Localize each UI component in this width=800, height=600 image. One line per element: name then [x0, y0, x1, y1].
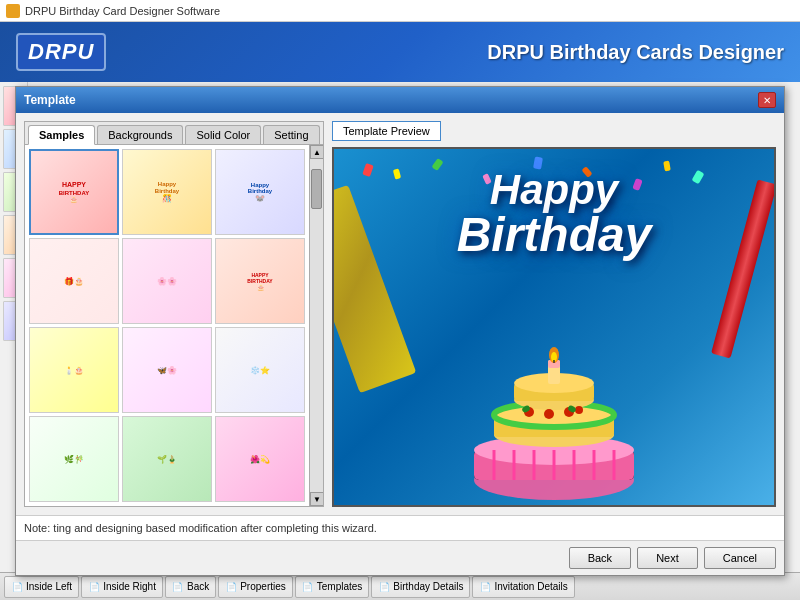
taskbar-inside-left[interactable]: 📄 Inside Left — [4, 576, 79, 598]
template-thumb-5[interactable]: 🌸🌸 — [122, 238, 212, 324]
modal-close-button[interactable]: ✕ — [758, 92, 776, 108]
template-thumb-10[interactable]: 🌿🎋 — [29, 416, 119, 502]
app-title: DRPU Birthday Cards Designer — [487, 41, 784, 64]
template-thumb-1[interactable]: HAPPY BIRTHDAY 🎂 — [29, 149, 119, 235]
tab-solid-color[interactable]: Solid Color — [185, 125, 261, 144]
scroll-down-button[interactable]: ▼ — [310, 492, 323, 506]
properties-icon: 📄 — [225, 581, 237, 593]
tabs-bar: Samples Backgrounds Solid Color Setting — [25, 122, 323, 145]
scroll-up-button[interactable]: ▲ — [310, 145, 323, 159]
modal-overlay: Template ✕ Samples Backgrounds Solid Col… — [0, 82, 800, 572]
modal-title: Template — [24, 93, 76, 107]
card-line1: Happy — [334, 169, 774, 211]
template-thumb-3[interactable]: Happy Birthday 🐭 — [215, 149, 305, 235]
modal-titlebar: Template ✕ — [16, 87, 784, 113]
thumbnails-area: HAPPY BIRTHDAY 🎂 Happy Birthday — [25, 145, 323, 506]
outer-titlebar: DRPU Birthday Card Designer Software — [0, 0, 800, 22]
template-thumb-7[interactable]: 🕯️🎂 — [29, 327, 119, 413]
modal-body: Samples Backgrounds Solid Color Setting — [16, 113, 784, 515]
templates-icon: 📄 — [302, 581, 314, 593]
taskbar-back-label: Back — [187, 581, 209, 592]
tab-setting[interactable]: Setting — [263, 125, 319, 144]
back-icon: 📄 — [172, 581, 184, 593]
outer-window: DRPU Birthday Card Designer Software DRP… — [0, 0, 800, 600]
scroll-bar[interactable]: ▲ ▼ — [309, 145, 323, 506]
svg-point-19 — [544, 409, 554, 419]
taskbar-birthday-details[interactable]: 📄 Birthday Details — [371, 576, 470, 598]
cake-svg — [454, 305, 654, 505]
template-thumb-12[interactable]: 🌺💫 — [215, 416, 305, 502]
thumbnails-grid: HAPPY BIRTHDAY 🎂 Happy Birthday — [25, 145, 309, 506]
cancel-button[interactable]: Cancel — [704, 547, 776, 569]
template-thumb-11[interactable]: 🌱🎍 — [122, 416, 212, 502]
birthday-details-icon: 📄 — [378, 581, 390, 593]
svg-point-21 — [575, 406, 583, 414]
scroll-track — [310, 159, 323, 492]
taskbar-inside-left-label: Inside Left — [26, 581, 72, 592]
taskbar-templates-label: Templates — [317, 581, 363, 592]
template-thumb-6[interactable]: HAPPY BIRTHDAY 🎂 — [215, 238, 305, 324]
bottom-taskbar: 📄 Inside Left 📄 Inside Right 📄 Back 📄 Pr… — [0, 572, 800, 600]
taskbar-properties-label: Properties — [240, 581, 286, 592]
app-icon — [6, 4, 20, 18]
right-panel: Template Preview — [332, 121, 776, 507]
left-panel: Samples Backgrounds Solid Color Setting — [24, 121, 324, 507]
template-preview-image: Happy Birthday — [332, 147, 776, 507]
action-bar: Back Next Cancel — [16, 540, 784, 575]
template-thumb-9[interactable]: ❄️⭐ — [215, 327, 305, 413]
taskbar-inside-right[interactable]: 📄 Inside Right — [81, 576, 163, 598]
content-area: Template ✕ Samples Backgrounds Solid Col… — [0, 82, 800, 572]
inside-left-icon: 📄 — [11, 581, 23, 593]
app-header: DRPU DRPU Birthday Cards Designer — [0, 22, 800, 82]
card-line2: Birthday — [334, 211, 774, 259]
inside-right-icon: 📄 — [88, 581, 100, 593]
taskbar-templates[interactable]: 📄 Templates — [295, 576, 370, 598]
template-thumb-8[interactable]: 🦋🌸 — [122, 327, 212, 413]
note-text: Note: ting and designing based modificat… — [24, 522, 377, 534]
next-button[interactable]: Next — [637, 547, 698, 569]
taskbar-invitation-details[interactable]: 📄 Invitation Details — [472, 576, 574, 598]
taskbar-inside-right-label: Inside Right — [103, 581, 156, 592]
taskbar-properties[interactable]: 📄 Properties — [218, 576, 293, 598]
template-thumb-4[interactable]: 🎁🎂 — [29, 238, 119, 324]
tab-samples[interactable]: Samples — [28, 125, 95, 145]
outer-title: DRPU Birthday Card Designer Software — [25, 5, 220, 17]
drpu-logo: DRPU — [16, 33, 106, 71]
taskbar-invitation-details-label: Invitation Details — [494, 581, 567, 592]
modal-dialog: Template ✕ Samples Backgrounds Solid Col… — [15, 86, 785, 576]
taskbar-birthday-details-label: Birthday Details — [393, 581, 463, 592]
template-preview-label: Template Preview — [332, 121, 441, 141]
tab-backgrounds[interactable]: Backgrounds — [97, 125, 183, 144]
back-button[interactable]: Back — [569, 547, 631, 569]
taskbar-back[interactable]: 📄 Back — [165, 576, 216, 598]
template-thumb-2[interactable]: Happy Birthday 🎊 — [122, 149, 212, 235]
invitation-details-icon: 📄 — [479, 581, 491, 593]
note-bar: Note: ting and designing based modificat… — [16, 515, 784, 540]
scroll-thumb[interactable] — [311, 169, 322, 209]
